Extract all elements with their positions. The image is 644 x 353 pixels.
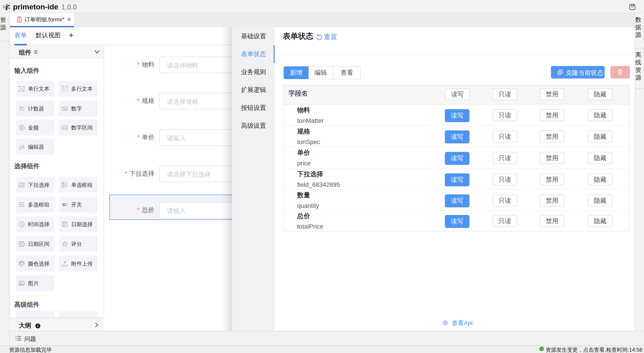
svg-text:A: A <box>20 87 23 91</box>
svg-text:A: A <box>63 86 65 90</box>
svg-text:A: A <box>19 145 22 149</box>
svg-text:123: 123 <box>63 108 67 110</box>
svg-text:1~3: 1~3 <box>63 126 67 129</box>
